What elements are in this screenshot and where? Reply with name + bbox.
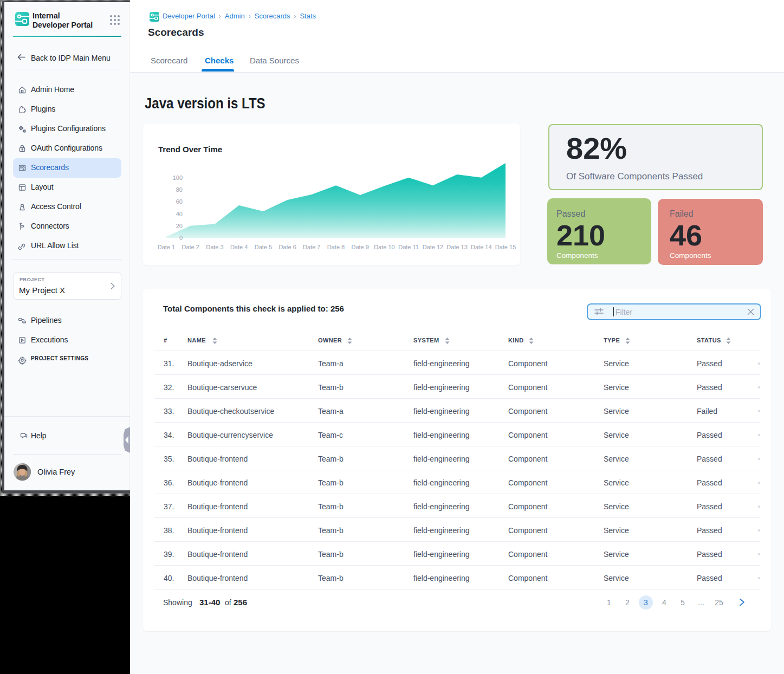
svg-text:Date 1: Date 1 (158, 244, 175, 250)
svg-text:Date 12: Date 12 (423, 244, 444, 250)
svg-text:Date 9: Date 9 (351, 244, 368, 250)
svg-text:Date 3: Date 3 (206, 244, 223, 250)
svg-text:Date 10: Date 10 (374, 244, 395, 250)
svg-text:Date 6: Date 6 (278, 244, 296, 250)
svg-text:0: 0 (179, 235, 183, 241)
svg-text:100: 100 (173, 174, 183, 181)
svg-text:Date 5: Date 5 (255, 244, 272, 250)
svg-text:Date 7: Date 7 (303, 244, 320, 250)
svg-text:Date 11: Date 11 (398, 244, 419, 250)
svg-text:60: 60 (176, 198, 183, 205)
svg-text:Date 4: Date 4 (230, 244, 248, 250)
svg-text:20: 20 (176, 223, 183, 229)
svg-text:Date 14: Date 14 (471, 244, 492, 250)
svg-text:40: 40 (176, 211, 183, 217)
svg-text:Date 2: Date 2 (182, 244, 199, 250)
svg-text:80: 80 (176, 186, 183, 193)
svg-text:Date 13: Date 13 (446, 244, 468, 250)
svg-text:Date 8: Date 8 (327, 244, 345, 250)
svg-text:Date 15: Date 15 (495, 244, 516, 250)
